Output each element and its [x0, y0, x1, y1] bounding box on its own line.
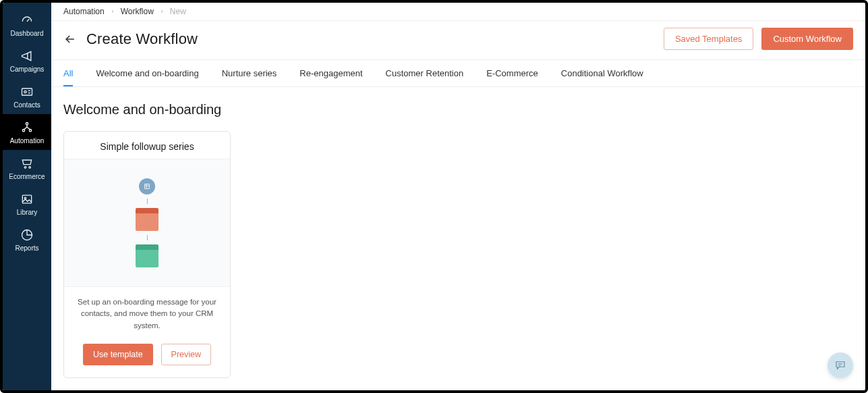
- flow-connector-icon: [147, 235, 148, 240]
- template-card-illustration: [64, 159, 230, 287]
- tab-all[interactable]: All: [63, 60, 73, 86]
- svg-point-1: [24, 90, 26, 93]
- svg-point-3: [22, 130, 24, 132]
- svg-point-2: [26, 123, 28, 125]
- image-icon: [20, 192, 34, 206]
- template-card-description: Set up an on-boarding message for your c…: [64, 287, 230, 334]
- tab-re-engagement[interactable]: Re-engagement: [299, 60, 362, 86]
- id-card-icon: [20, 85, 34, 99]
- breadcrumb-item: New: [170, 7, 186, 16]
- custom-workflow-button[interactable]: Custom Workflow: [761, 28, 853, 50]
- svg-point-6: [29, 167, 31, 169]
- sidebar: Dashboard Campaigns Contacts Automation …: [3, 3, 51, 390]
- tab-customer-retention[interactable]: Customer Retention: [386, 60, 464, 86]
- flow-condition-node-icon: [136, 208, 158, 231]
- svg-rect-9: [145, 184, 150, 189]
- template-card-title: Simple followup series: [71, 141, 223, 152]
- help-chat-button[interactable]: [828, 352, 853, 378]
- sidebar-item-automation[interactable]: Automation: [3, 114, 51, 150]
- preview-button[interactable]: Preview: [161, 344, 211, 365]
- sidebar-item-label: Contacts: [13, 101, 40, 109]
- tabs: All Welcome and on-boarding Nurture seri…: [51, 60, 865, 87]
- back-arrow-icon[interactable]: [63, 32, 77, 46]
- breadcrumb-item[interactable]: Workflow: [121, 7, 154, 16]
- page-title: Create Workflow: [86, 30, 198, 48]
- sidebar-item-label: Automation: [10, 137, 45, 145]
- sidebar-item-label: Library: [17, 209, 38, 216]
- svg-rect-7: [22, 195, 31, 203]
- main-content: Automation Workflow New Create Workflow …: [51, 3, 865, 390]
- sidebar-item-label: Reports: [15, 244, 38, 252]
- sidebar-item-label: Ecommerce: [9, 173, 45, 180]
- chevron-right-icon: [159, 9, 165, 14]
- sidebar-item-label: Campaigns: [10, 66, 45, 73]
- sidebar-item-dashboard[interactable]: Dashboard: [3, 7, 51, 43]
- svg-point-5: [24, 167, 26, 169]
- svg-rect-0: [22, 88, 32, 95]
- sidebar-item-contacts[interactable]: Contacts: [3, 78, 51, 114]
- sidebar-item-ecommerce[interactable]: Ecommerce: [3, 150, 51, 186]
- breadcrumb-item[interactable]: Automation: [63, 7, 105, 16]
- flow-action-node-icon: [136, 244, 158, 267]
- sidebar-item-campaigns[interactable]: Campaigns: [3, 43, 51, 78]
- saved-templates-button[interactable]: Saved Templates: [664, 28, 754, 50]
- workflow-icon: [20, 121, 34, 134]
- cart-icon: [20, 157, 34, 170]
- use-template-button[interactable]: Use template: [83, 344, 153, 365]
- tab-welcome-onboarding[interactable]: Welcome and on-boarding: [96, 60, 198, 86]
- breadcrumb: Automation Workflow New: [51, 3, 865, 21]
- flow-start-node-icon: [139, 178, 155, 194]
- sidebar-item-library[interactable]: Library: [3, 186, 51, 221]
- gauge-icon: [20, 14, 34, 27]
- sidebar-item-label: Dashboard: [11, 30, 44, 37]
- page-header: Create Workflow Saved Templates Custom W…: [51, 21, 865, 60]
- tab-nurture-series[interactable]: Nurture series: [222, 60, 277, 86]
- chevron-right-icon: [110, 9, 115, 14]
- svg-point-4: [29, 130, 31, 132]
- section-title: Welcome and on-boarding: [63, 102, 853, 117]
- content-area: Welcome and on-boarding Simple followup …: [51, 87, 865, 393]
- megaphone-icon: [20, 49, 34, 63]
- sidebar-item-reports[interactable]: Reports: [3, 221, 51, 257]
- tab-ecommerce[interactable]: E-Commerce: [486, 60, 538, 86]
- tab-conditional-workflow[interactable]: Conditional Workflow: [561, 60, 643, 86]
- flow-connector-icon: [147, 199, 148, 204]
- chat-icon: [834, 359, 846, 371]
- pie-chart-icon: [20, 228, 34, 242]
- template-card: Simple followup series S: [63, 131, 231, 378]
